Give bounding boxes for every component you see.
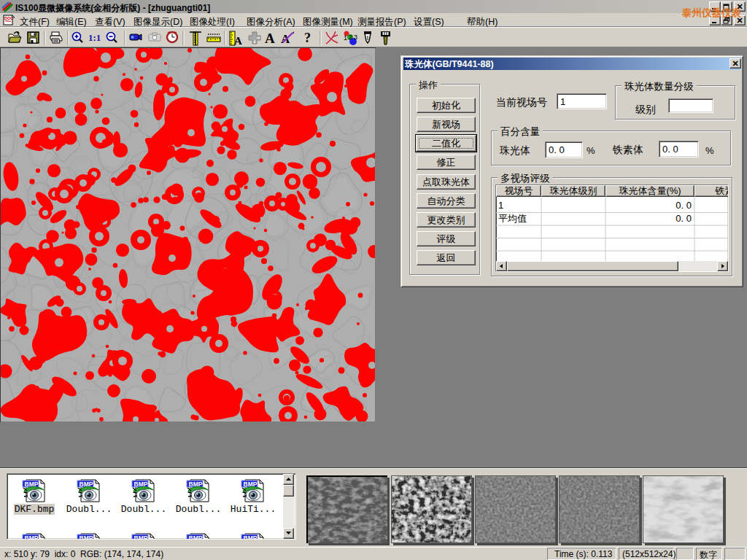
- svg-text:A: A: [265, 31, 275, 46]
- svg-text:平均值: 平均值: [498, 213, 527, 224]
- svg-text:2: 2: [349, 34, 352, 41]
- svg-text:0. 0: 0. 0: [676, 213, 692, 224]
- svg-text:1:1: 1:1: [88, 32, 101, 43]
- svg-text:0. 0: 0. 0: [676, 200, 692, 211]
- svg-text:A: A: [234, 35, 242, 47]
- svg-text:BMP: BMP: [189, 534, 203, 540]
- svg-text:BMP: BMP: [244, 534, 258, 540]
- svg-text:?: ?: [304, 31, 311, 45]
- svg-text:DOC: DOC: [4, 16, 13, 20]
- svg-text:3: 3: [354, 34, 357, 41]
- svg-text:1: 1: [344, 34, 347, 42]
- svg-text:BMP: BMP: [80, 534, 93, 540]
- svg-text:BMP: BMP: [25, 534, 39, 540]
- svg-text:BMP: BMP: [134, 534, 148, 540]
- svg-text:1: 1: [498, 200, 503, 211]
